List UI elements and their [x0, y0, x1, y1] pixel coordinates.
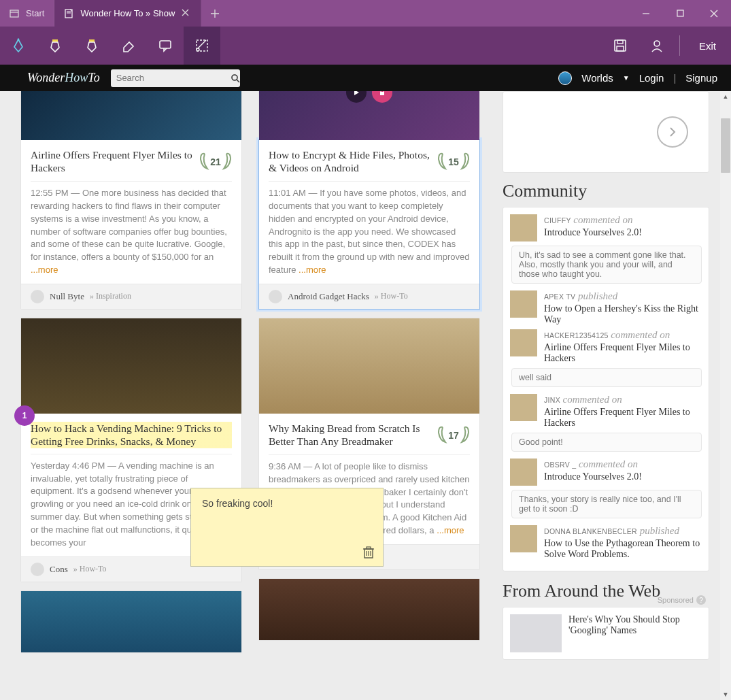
card-excerpt: 11:01 AM — If you have some photos, vide…: [269, 187, 470, 277]
article-card: [258, 578, 480, 641]
card-author[interactable]: Android Gadget Hacks: [288, 291, 369, 302]
community-user[interactable]: DONNA BLANKENBECLER: [544, 527, 637, 535]
community-item: DONNA BLANKENBECLER published How to Use…: [510, 525, 702, 560]
avatar: [31, 563, 44, 576]
tab-start[interactable]: Start: [0, 0, 54, 27]
svg-rect-25: [367, 547, 371, 549]
community-item: OBSRV _ commented on Introduce Yourselve…: [510, 459, 702, 486]
tab-start-label: Start: [26, 8, 44, 18]
site-header: WonderHowTo Worlds ▼ Login | Signup: [0, 65, 731, 91]
search-wrap[interactable]: [111, 69, 240, 87]
card-category[interactable]: » Inspiration: [90, 291, 131, 301]
svg-rect-10: [160, 41, 171, 48]
play-icon[interactable]: [346, 91, 367, 103]
more-link[interactable]: ...more: [437, 525, 464, 535]
card-title[interactable]: Airline Offers Frequent Flyer Miles to H…: [31, 148, 194, 176]
chevron-down-icon[interactable]: ▼: [623, 74, 630, 82]
community-topic[interactable]: Airline Offers Frequent Flyer Miles to H…: [544, 342, 702, 364]
card-author[interactable]: Cons: [50, 564, 68, 575]
svg-rect-19: [380, 92, 384, 95]
card-image[interactable]: [259, 579, 479, 640]
sponsored-label: Sponsored?: [658, 595, 706, 605]
card-title[interactable]: How to Encrypt & Hide Files, Photos, & V…: [269, 148, 432, 176]
community-topic[interactable]: How to Use the Pythagorean Theorem to So…: [544, 538, 702, 560]
card-image[interactable]: [259, 91, 479, 140]
card-image[interactable]: [21, 591, 241, 652]
eraser-tool[interactable]: [110, 27, 147, 65]
site-logo[interactable]: WonderHowTo: [27, 71, 100, 85]
community-topic[interactable]: Introduce Yourselves 2.0!: [544, 227, 702, 238]
community-user[interactable]: OBSRV _: [544, 461, 576, 469]
avatar: [510, 290, 537, 318]
minimize-button[interactable]: [629, 0, 663, 27]
highlighter-tool[interactable]: [37, 27, 73, 65]
nav-login[interactable]: Login: [639, 72, 664, 84]
card-image[interactable]: [21, 91, 241, 140]
titlebar: Start Wonder How To » Show: [0, 0, 731, 27]
clip-tool[interactable]: [184, 27, 220, 65]
community-title: Community: [503, 181, 709, 201]
start-tab-icon: [10, 9, 19, 18]
community-verb: commented on: [563, 394, 622, 405]
community-user[interactable]: JINX: [544, 396, 560, 404]
promo-card[interactable]: [503, 91, 709, 173]
community-item: APEX TV published How to Open a Hershey'…: [510, 290, 702, 325]
community-topic[interactable]: How to Open a Hershey's Kiss the Right W…: [544, 303, 702, 325]
new-tab-button[interactable]: [201, 0, 228, 27]
sponsored-card[interactable]: Here's Why You Should Stop 'Googling' Na…: [503, 607, 709, 660]
community-verb: commented on: [579, 459, 638, 469]
article-card: [20, 590, 242, 653]
arrow-right-icon[interactable]: [657, 116, 688, 148]
close-window-button[interactable]: [697, 0, 731, 27]
community-user[interactable]: CIUFFY: [544, 216, 571, 224]
community-topic[interactable]: Airline Offers Frequent Flyer Miles to H…: [544, 407, 702, 429]
community-topic[interactable]: Introduce Yourselves 2.0!: [544, 471, 702, 482]
save-button[interactable]: [602, 27, 639, 65]
community-user[interactable]: APEX TV: [544, 293, 575, 301]
more-link[interactable]: ...more: [31, 265, 58, 275]
community-verb: commented on: [573, 214, 632, 225]
community-verb: published: [640, 525, 679, 536]
card-category[interactable]: » How-To: [73, 564, 107, 574]
close-tab-icon[interactable]: [182, 9, 191, 18]
logo-part3: To: [88, 71, 99, 84]
pen-tool[interactable]: [0, 27, 37, 65]
more-link[interactable]: ...more: [299, 265, 326, 275]
maximize-button[interactable]: [663, 0, 697, 27]
kudos-badge: 21: [199, 148, 232, 176]
scroll-thumb[interactable]: [721, 118, 730, 173]
card-category[interactable]: » How-To: [375, 291, 408, 301]
card-image[interactable]: [21, 318, 241, 414]
community-panel: CIUFFY commented on Introduce Yourselves…: [503, 207, 709, 571]
info-icon[interactable]: ?: [696, 595, 706, 605]
exit-button[interactable]: Exit: [684, 40, 731, 52]
community-user[interactable]: HACKER12354125: [544, 331, 609, 339]
page-icon: [64, 9, 73, 18]
sticky-note[interactable]: So freaking cool!: [190, 488, 384, 567]
share-button[interactable]: [639, 27, 675, 65]
card-image[interactable]: [259, 318, 479, 414]
globe-icon: [558, 71, 572, 85]
card-author[interactable]: Null Byte: [50, 291, 84, 302]
scrollbar[interactable]: ▲ ▼: [720, 91, 731, 700]
scroll-up-icon[interactable]: ▲: [720, 91, 731, 102]
community-verb: published: [578, 290, 617, 301]
card-title[interactable]: How to Hack a Vending Machine: 9 Tricks …: [31, 422, 232, 448]
card-title[interactable]: Why Making Bread from Scratch Is Better …: [269, 422, 432, 449]
search-input[interactable]: [116, 73, 231, 83]
highlighter-tool-2[interactable]: [73, 27, 110, 65]
svg-rect-11: [197, 40, 207, 51]
avatar: [31, 290, 44, 303]
nav-signup[interactable]: Signup: [685, 72, 717, 84]
trash-icon[interactable]: [362, 546, 375, 559]
community-comment: Uh, it's sad to see a comment gone like …: [511, 246, 702, 284]
rank-badge: 1: [14, 405, 35, 426]
svg-line-18: [237, 80, 239, 82]
nav-worlds[interactable]: Worlds: [581, 72, 613, 84]
scroll-down-icon[interactable]: ▼: [720, 689, 731, 700]
note-tool[interactable]: [147, 27, 184, 65]
sponsored-title[interactable]: Here's Why You Should Stop 'Googling' Na…: [568, 614, 702, 652]
search-icon[interactable]: [231, 73, 240, 83]
tab-wonderhowto[interactable]: Wonder How To » Show: [54, 0, 201, 27]
svg-point-16: [654, 41, 660, 46]
